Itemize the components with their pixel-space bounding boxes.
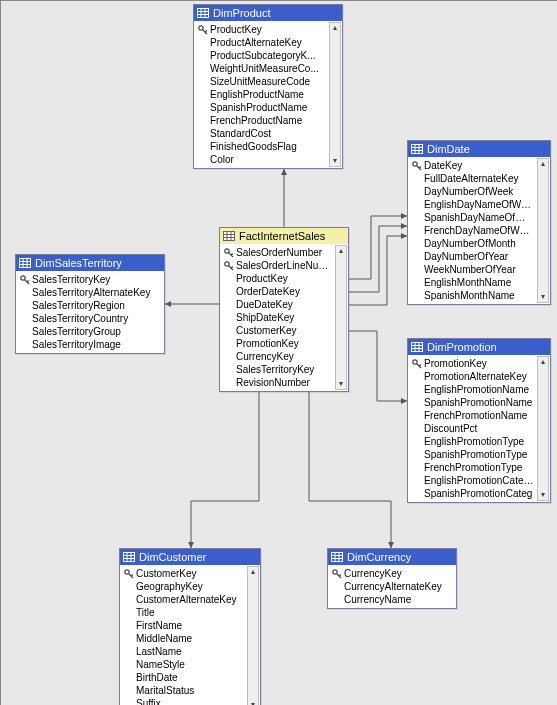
entity-header[interactable]: DimCurrency	[328, 549, 456, 565]
field-row[interactable]: SalesOrderNumber	[236, 246, 334, 259]
entity-header[interactable]: DimDate	[408, 141, 550, 157]
field-row[interactable]: NameStyle	[136, 658, 246, 671]
entity-dimproduct[interactable]: DimProduct ProductKeyProductAlternateKey…	[193, 4, 343, 169]
key-slot-empty	[196, 153, 210, 166]
entity-header[interactable]: FactInternetSales	[220, 228, 348, 244]
scroll-down-icon[interactable]: ▾	[538, 292, 548, 302]
field-row[interactable]: WeightUnitMeasureCo...	[210, 62, 328, 75]
field-row[interactable]: FullDateAlternateKey	[424, 172, 536, 185]
svg-rect-51	[332, 553, 343, 562]
field-row[interactable]: RevisionNumber	[236, 376, 334, 389]
scroll-up-icon[interactable]: ▴	[336, 246, 346, 256]
field-row[interactable]: CustomerKey	[136, 567, 246, 580]
field-row[interactable]: LastName	[136, 645, 246, 658]
field-row[interactable]: Suffix	[136, 697, 246, 705]
field-row[interactable]: ProductKey	[236, 272, 334, 285]
field-row[interactable]: DueDateKey	[236, 298, 334, 311]
entity-header[interactable]: DimPromotion	[408, 339, 550, 355]
field-row[interactable]: SalesTerritoryImage	[32, 338, 162, 351]
entity-factinternetsales[interactable]: FactInternetSales SalesOrderNumberSalesO…	[219, 227, 349, 392]
entity-dimpromotion[interactable]: DimPromotion PromotionKeyPromotionAltern…	[407, 338, 551, 503]
scrollbar[interactable]: ▴ ▾	[537, 356, 549, 501]
field-row[interactable]: CurrencyAlternateKey	[344, 580, 454, 593]
field-row[interactable]: Title	[136, 606, 246, 619]
field-row[interactable]: FrenchDayNameOfWeek	[424, 224, 536, 237]
key-slot-empty	[196, 75, 210, 88]
field-row[interactable]: GeographyKey	[136, 580, 246, 593]
field-row[interactable]: ProductKey	[210, 23, 328, 36]
field-row[interactable]: SalesTerritoryRegion	[32, 299, 162, 312]
field-row[interactable]: EnglishDayNameOfWeek	[424, 198, 536, 211]
entity-header[interactable]: DimProduct	[194, 5, 342, 21]
scroll-down-icon[interactable]: ▾	[248, 700, 258, 705]
field-row[interactable]: WeekNumberOfYear	[424, 263, 536, 276]
field-row[interactable]: EnglishMonthName	[424, 276, 536, 289]
field-row[interactable]: FrenchPromotionName	[424, 409, 536, 422]
field-row[interactable]: SpanishPromotionType	[424, 448, 536, 461]
key-slot-empty	[196, 127, 210, 140]
field-row[interactable]: CustomerKey	[236, 324, 334, 337]
scrollbar[interactable]: ▴ ▾	[537, 158, 549, 303]
entity-dimcurrency[interactable]: DimCurrency CurrencyKeyCurrencyAlternate…	[327, 548, 457, 609]
field-row[interactable]: CurrencyKey	[344, 567, 454, 580]
field-row[interactable]: BirthDate	[136, 671, 246, 684]
scrollbar[interactable]: ▴ ▾	[247, 566, 259, 705]
field-row[interactable]: Color	[210, 153, 328, 166]
field-row[interactable]: EnglishPromotionType	[424, 435, 536, 448]
scroll-down-icon[interactable]: ▾	[538, 490, 548, 500]
scrollbar[interactable]: ▴ ▾	[329, 22, 341, 167]
field-row[interactable]: SpanishMonthName	[424, 289, 536, 302]
field-row[interactable]: SalesTerritoryGroup	[32, 325, 162, 338]
field-row[interactable]: SpanishPromotionName	[424, 396, 536, 409]
field-row[interactable]: DayNumberOfMonth	[424, 237, 536, 250]
field-row[interactable]: CurrencyName	[344, 593, 454, 606]
field-row[interactable]: EnglishPromotionName	[424, 383, 536, 396]
field-row[interactable]: SpanishDayNameOfWeek	[424, 211, 536, 224]
field-row[interactable]: FirstName	[136, 619, 246, 632]
field-row[interactable]: ShipDateKey	[236, 311, 334, 324]
field-row[interactable]: SizeUnitMeasureCode	[210, 75, 328, 88]
field-row[interactable]: CurrencyKey	[236, 350, 334, 363]
scroll-down-icon[interactable]: ▾	[336, 379, 346, 389]
field-row[interactable]: PromotionKey	[424, 357, 536, 370]
field-row[interactable]: SalesTerritoryKey	[32, 273, 162, 286]
scroll-up-icon[interactable]: ▴	[248, 567, 258, 577]
field-row[interactable]: FinishedGoodsFlag	[210, 140, 328, 153]
key-slot-empty	[18, 338, 32, 351]
field-row[interactable]: ProductSubcategoryK...	[210, 49, 328, 62]
field-row[interactable]: PromotionAlternateKey	[424, 370, 536, 383]
field-row[interactable]: SpanishProductName	[210, 101, 328, 114]
field-row[interactable]: SalesOrderLineNum...	[236, 259, 334, 272]
field-row[interactable]: CustomerAlternateKey	[136, 593, 246, 606]
field-row[interactable]: SalesTerritoryKey	[236, 363, 334, 376]
field-row[interactable]: DayNumberOfYear	[424, 250, 536, 263]
field-row[interactable]: OrderDateKey	[236, 285, 334, 298]
primary-key-icon	[222, 246, 236, 259]
field-row[interactable]: SalesTerritoryAlternateKey	[32, 286, 162, 299]
scroll-down-icon[interactable]: ▾	[330, 156, 340, 166]
entity-dimcustomer[interactable]: DimCustomer CustomerKeyGeographyKeyCusto…	[119, 548, 261, 705]
diagram-canvas[interactable]: DimProduct ProductKeyProductAlternateKey…	[0, 0, 557, 705]
scroll-up-icon[interactable]: ▴	[330, 23, 340, 33]
entity-header[interactable]: DimCustomer	[120, 549, 260, 565]
field-row[interactable]: DayNumberOfWeek	[424, 185, 536, 198]
entity-dimsalesterritory[interactable]: DimSalesTerritory SalesTerritoryKeySales…	[15, 254, 165, 354]
field-row[interactable]: DateKey	[424, 159, 536, 172]
field-row[interactable]: DiscountPct	[424, 422, 536, 435]
field-row[interactable]: FrenchProductName	[210, 114, 328, 127]
entity-dimdate[interactable]: DimDate DateKeyFullDateAlternateKeyDayNu…	[407, 140, 551, 305]
entity-header[interactable]: DimSalesTerritory	[16, 255, 164, 271]
field-row[interactable]: FrenchPromotionType	[424, 461, 536, 474]
field-row[interactable]: SalesTerritoryCountry	[32, 312, 162, 325]
field-row[interactable]: MiddleName	[136, 632, 246, 645]
field-row[interactable]: EnglishProductName	[210, 88, 328, 101]
field-row[interactable]: PromotionKey	[236, 337, 334, 350]
scroll-up-icon[interactable]: ▴	[538, 357, 548, 367]
field-row[interactable]: ProductAlternateKey	[210, 36, 328, 49]
field-row[interactable]: MaritalStatus	[136, 684, 246, 697]
scroll-up-icon[interactable]: ▴	[538, 159, 548, 169]
field-row[interactable]: StandardCost	[210, 127, 328, 140]
scrollbar[interactable]: ▴ ▾	[335, 245, 347, 390]
field-row[interactable]: EnglishPromotionCateg...	[424, 474, 536, 487]
field-row[interactable]: SpanishPromotionCateg	[424, 487, 536, 500]
